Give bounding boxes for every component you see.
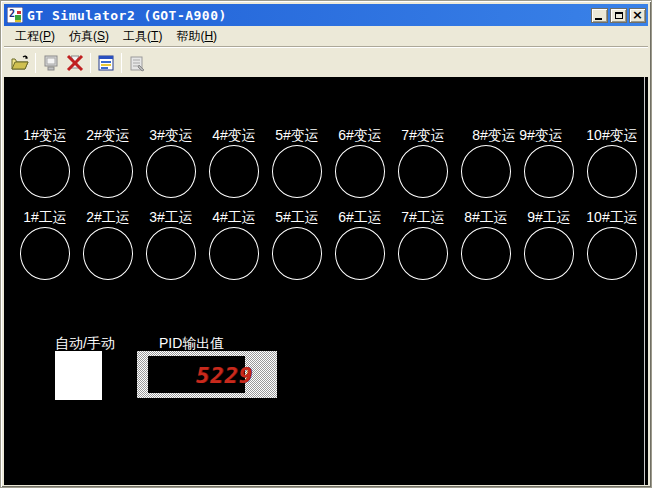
lamp-label: 2#变运 [86, 127, 130, 143]
lamp-circle [272, 145, 322, 198]
lamp-label: 8#变运 [472, 127, 516, 143]
pid-display-inner: 5229 [148, 356, 245, 393]
menu-item-s[interactable]: 仿真(S) [62, 26, 116, 47]
lamp-row-2: 1#工运2#工运3#工运4#工运5#工运6#工运7#工运8#工运9#工运10#工… [4, 208, 648, 288]
auto-manual-label: 自动/手动 [55, 336, 115, 351]
lamp-unit: 8#工运 [455, 208, 517, 280]
lamp-unit: 10#工运 [581, 208, 643, 280]
lamp-circle [461, 227, 511, 280]
lamp-circle [587, 145, 637, 198]
folder-open-icon [10, 53, 30, 73]
lamp-label: 9#工运 [527, 209, 571, 225]
lamp-circle [398, 145, 448, 198]
lamp-circle [272, 227, 322, 280]
pid-output-label: PID输出值 [159, 336, 224, 351]
lamp-circle [209, 145, 259, 198]
option-dialog-icon [96, 53, 116, 73]
screen-properties-button[interactable] [125, 51, 149, 75]
lamp-unit: 5#工运 [266, 208, 328, 280]
lamp-unit: 4#变运 [203, 126, 265, 198]
lamp-label: 3#工运 [149, 209, 193, 225]
lamp-label: 6#变运 [338, 127, 382, 143]
lamp-unit: 10#变运 [581, 126, 643, 198]
lamp-unit: 2#变运 [77, 126, 139, 198]
title-bar[interactable]: 2 GT Simulator2 (GOT-A900) × [4, 4, 648, 26]
lamp-label: 7#变运 [401, 127, 445, 143]
toolbar-separator [90, 53, 91, 73]
window-title: GT Simulator2 (GOT-A900) [27, 8, 589, 23]
got-screen-canvas: 1#变运2#变运3#变运4#变运5#变运6#变运7#变运8#变运9#变运10#变… [4, 77, 648, 485]
minimize-button[interactable] [591, 8, 608, 23]
svg-text:2: 2 [9, 8, 15, 19]
tool-bar [4, 47, 648, 77]
lamp-circle [335, 227, 385, 280]
lamp-unit: 7#工运 [392, 208, 454, 280]
maximize-button[interactable] [610, 8, 627, 23]
lamp-unit: 2#工运 [77, 208, 139, 280]
option-setup-button[interactable] [94, 51, 118, 75]
close-button[interactable]: × [629, 8, 646, 23]
pid-output-display: 5229 [137, 351, 277, 398]
pid-output-value: 5229 [196, 365, 253, 387]
lamp-unit: 1#变运 [14, 126, 76, 198]
auto-manual-switch[interactable] [55, 351, 102, 400]
lamp-label: 7#工运 [401, 209, 445, 225]
lamp-circle [20, 145, 70, 198]
close-icon: × [632, 8, 643, 21]
lamp-circle [83, 145, 133, 198]
lamp-circle [146, 145, 196, 198]
lamp-label: 4#变运 [212, 127, 256, 143]
lamp-circle [398, 227, 448, 280]
lamp-circle [209, 227, 259, 280]
lamp-label: 1#工运 [23, 209, 67, 225]
lamp-circle [335, 145, 385, 198]
lamp-label: 10#变运 [586, 127, 637, 143]
lamp-row-1: 1#变运2#变运3#变运4#变运5#变运6#变运7#变运8#变运9#变运10#变… [4, 126, 648, 206]
lamp-label: 4#工运 [212, 209, 256, 225]
lamp-circle [146, 227, 196, 280]
lamp-label: 5#变运 [275, 127, 319, 143]
lamp-unit: 7#变运 [392, 126, 454, 198]
app-icon: 2 [7, 7, 23, 23]
lamp-circle [524, 145, 574, 198]
menu-bar: 工程(P)仿真(S)工具(T)帮助(H) [4, 26, 648, 47]
lamp-label: 1#变运 [23, 127, 67, 143]
lamp-label: 8#工运 [464, 209, 508, 225]
simulate-start-button[interactable] [39, 51, 63, 75]
lamp-label: 5#工运 [275, 209, 319, 225]
properties-icon [127, 53, 147, 73]
lamp-circle [20, 227, 70, 280]
simulate-stop-button[interactable] [63, 51, 87, 75]
menu-item-h[interactable]: 帮助(H) [169, 26, 224, 47]
lamp-circle [524, 227, 574, 280]
screen-right-edge [644, 77, 645, 485]
lamp-unit: 3#工运 [140, 208, 202, 280]
maximize-icon [615, 12, 623, 19]
lamp-unit: 3#变运 [140, 126, 202, 198]
simulate-start-icon [41, 53, 61, 73]
lamp-label: 6#工运 [338, 209, 382, 225]
lamp-label: 3#变运 [149, 127, 193, 143]
lamp-label: 9#变运 [519, 127, 563, 143]
menu-item-p[interactable]: 工程(P) [8, 26, 62, 47]
lamp-unit: 8#变运 [455, 126, 517, 198]
lamp-circle [587, 227, 637, 280]
toolbar-separator [121, 53, 122, 73]
app-window: 2 GT Simulator2 (GOT-A900) × 工程(P)仿真(S)工… [0, 0, 652, 488]
toolbar-separator [35, 53, 36, 73]
lamp-label: 2#工运 [86, 209, 130, 225]
lamp-circle [83, 227, 133, 280]
lamp-label: 10#工运 [586, 209, 637, 225]
lamp-circle [461, 145, 511, 198]
lamp-unit: 5#变运 [266, 126, 328, 198]
lamp-unit: 1#工运 [14, 208, 76, 280]
lamp-unit: 9#变运 [518, 126, 580, 198]
lamp-unit: 9#工运 [518, 208, 580, 280]
open-project-button[interactable] [8, 51, 32, 75]
minimize-icon [595, 18, 602, 20]
simulate-stop-red-x-icon [65, 53, 85, 73]
menu-item-t[interactable]: 工具(T) [116, 26, 169, 47]
lamp-unit: 6#变运 [329, 126, 391, 198]
lamp-unit: 6#工运 [329, 208, 391, 280]
lamp-unit: 4#工运 [203, 208, 265, 280]
